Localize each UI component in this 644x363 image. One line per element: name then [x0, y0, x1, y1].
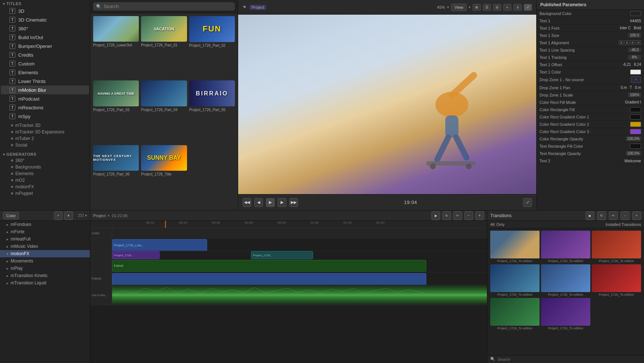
- tl-zoom-out-btn[interactable]: −: [464, 211, 473, 220]
- align-justify-icon[interactable]: ≡: [636, 40, 641, 45]
- view-toggle-info[interactable]: ℹ: [514, 4, 522, 11]
- search-box[interactable]: 🔍: [93, 2, 235, 11]
- sidebar-generators-header[interactable]: Generators: [0, 151, 90, 157]
- param-dropzone1-scale[interactable]: Drop Zone 1 Scale 100%: [537, 91, 644, 99]
- bg-color-swatch[interactable]: [630, 11, 641, 16]
- colorrect-fill-swatch[interactable]: [630, 107, 641, 112]
- rewind-button[interactable]: ◀◀: [243, 198, 251, 207]
- sidebar-item-3d-cinematic[interactable]: T 3D Cinematic: [1, 15, 89, 24]
- sub-lib-mheatfull[interactable]: mHeatFull: [0, 235, 90, 243]
- trans-play-btn[interactable]: ▶: [586, 211, 594, 220]
- param-textrect-opacity[interactable]: Text Rectangle Opacity 100.0%: [537, 150, 644, 157]
- trans-thumb-item-4[interactable]: Project_1726_To edition: [490, 264, 540, 296]
- clip-main-video[interactable]: Fotnot: [112, 260, 426, 272]
- sidebar-sub-mtuber2[interactable]: mTuber 2: [0, 135, 90, 142]
- sidebar-item-custom[interactable]: T Custom: [1, 59, 89, 68]
- tl-play-btn[interactable]: ▶: [431, 211, 440, 220]
- fullscreen-button[interactable]: ⤢: [524, 4, 532, 11]
- track-content-color[interactable]: [112, 228, 487, 238]
- thumb-item-2[interactable]: VACATION Project_1726_Part_01: [141, 16, 187, 78]
- chevron-down-icon-2[interactable]: ▾: [469, 5, 470, 9]
- param-text1-font[interactable]: Text 1 Font Inter C Bold: [537, 24, 644, 32]
- track-content-title[interactable]: Project_1726_Low...: [112, 238, 487, 251]
- clip-teal-1[interactable]: Project_1726...: [251, 251, 313, 259]
- align-center-icon[interactable]: ≡: [624, 40, 629, 45]
- textrect-fill-swatch[interactable]: [630, 144, 641, 149]
- align-right-icon[interactable]: ≡: [630, 40, 635, 45]
- param-colorrect-opacity-val[interactable]: 100.0%: [626, 136, 641, 141]
- trans-thumb-item-7[interactable]: Project_1726_To edition: [490, 298, 540, 330]
- thumb-item-8[interactable]: SUNNY BAY Project_1726_Title: [141, 145, 187, 207]
- param-grad-color1[interactable]: Color Rect Gradient Color 1: [537, 113, 644, 121]
- expand-preview-button[interactable]: ⤢: [523, 198, 532, 207]
- sub-lib-mmusic-video[interactable]: mMusic Video: [0, 243, 90, 250]
- sub-lib-filter-btn[interactable]: ▾: [64, 211, 73, 220]
- tl-cut-btn[interactable]: ✂: [453, 211, 462, 220]
- trans-thumb-item-6[interactable]: Project_1726_To edition: [592, 264, 641, 296]
- dropzone1-button[interactable]: +: [631, 76, 641, 83]
- trans-thumb-item-5[interactable]: Project_1726_To edition: [541, 264, 590, 296]
- trans-thumb-item-2[interactable]: Project_1726_To edition: [541, 231, 590, 263]
- sidebar-gen-360[interactable]: 360°: [0, 157, 90, 164]
- sidebar-item-build-inout[interactable]: T Build In/Out: [1, 33, 89, 42]
- trans-thumb-item-8[interactable]: Project_1726_To edition: [541, 298, 590, 330]
- param-colorrect-opacity[interactable]: Color Rectangle Opacity 100.0%: [537, 135, 644, 143]
- sidebar-sub-mtracker3d-exp[interactable]: mTracker 3D Expansions: [0, 129, 90, 135]
- param-dropzone1-pan[interactable]: Drop Zone 1 Pan 0.m T 0.m: [537, 84, 644, 91]
- sidebar-item-mpodcast[interactable]: T mPodcast: [1, 94, 89, 103]
- sidebar-item-mmotion-blur[interactable]: T mMotion Blur: [1, 86, 89, 94]
- step-back-button[interactable]: ◀: [254, 198, 263, 207]
- param-grad-color2[interactable]: Color Rect Gradient Color 2: [537, 121, 644, 128]
- sidebar-item-elements[interactable]: T Elements: [1, 68, 89, 77]
- track-content-fotnot2[interactable]: [112, 272, 487, 285]
- text1-color-swatch[interactable]: [630, 69, 641, 75]
- view-toggle-grid[interactable]: ⊞: [473, 4, 481, 11]
- sub-lib-mplay[interactable]: mPlay: [0, 265, 90, 272]
- sidebar-item-mspy[interactable]: T mSpy: [1, 112, 89, 121]
- param-grad-color3[interactable]: Color Rect Gradient Color 3: [537, 128, 644, 135]
- sidebar-gen-mpuppet[interactable]: mPuppet: [0, 190, 90, 197]
- view-toggle-filmstrip[interactable]: ⊟: [493, 4, 501, 11]
- param-textrect-opacity-val[interactable]: 100.0%: [626, 151, 641, 156]
- view-toggle-waveform[interactable]: ∿: [503, 4, 511, 11]
- sidebar-item-credits[interactable]: T Credits: [1, 50, 89, 59]
- timeline-caret-icon[interactable]: ▾: [108, 214, 110, 218]
- thumb-item-1[interactable]: Project_1726_Lower3rd: [93, 16, 139, 78]
- grad-color3-swatch[interactable]: [630, 129, 641, 134]
- trans-search-input[interactable]: [498, 357, 641, 362]
- trans-thumb-item-1[interactable]: Project_1726_To edition: [490, 231, 540, 263]
- sidebar-sub-social[interactable]: Social: [0, 142, 90, 148]
- thumb-item-4[interactable]: HAVING A GREAT TIME Project_1726_Part_03: [93, 80, 139, 143]
- sidebar-item-bumper[interactable]: T Bumper/Opener: [1, 42, 89, 50]
- zoom-level[interactable]: 45%: [437, 5, 445, 10]
- tl-zoom-in-btn[interactable]: +: [475, 211, 484, 220]
- fast-forward-button[interactable]: ▶▶: [289, 198, 298, 207]
- param-text2[interactable]: Text 2 Welcome: [537, 157, 644, 165]
- search-input[interactable]: [104, 4, 232, 9]
- clip-project-1726-lower3rd[interactable]: Project_1726_Low...: [112, 239, 207, 251]
- playhead[interactable]: [165, 221, 166, 228]
- track-content-main[interactable]: Project_1726... Project_1726... Fotnot: [112, 251, 487, 272]
- trans-cut-btn[interactable]: ✂: [609, 211, 618, 220]
- sidebar-item-mreactions[interactable]: T mReactions: [1, 103, 89, 112]
- param-text1-linespacing-val[interactable]: -46.0: [628, 48, 641, 52]
- param-text1-tracking[interactable]: Text 1 Tracking 8%: [537, 54, 644, 61]
- sidebar-item-3d[interactable]: T 3D: [1, 7, 89, 15]
- grad-color1-swatch[interactable]: [630, 114, 641, 120]
- thumb-item-5[interactable]: Project_1726_Part_04: [141, 80, 187, 143]
- trans-zoom2-btn[interactable]: +: [632, 211, 641, 220]
- sidebar-titles-header[interactable]: Titles: [0, 0, 90, 7]
- clip-fotnot2[interactable]: [112, 273, 426, 285]
- trans-zoom-btn[interactable]: −: [621, 211, 629, 220]
- sidebar-item-360[interactable]: T 360°: [1, 24, 89, 33]
- sidebar-gen-elements[interactable]: Elements: [0, 170, 90, 177]
- step-forward-button[interactable]: ▶: [278, 198, 286, 207]
- param-colorrect-fillmode[interactable]: Color Rect Fill Mode Gradient I: [537, 99, 644, 106]
- param-text1[interactable]: Text 1 #4455: [537, 17, 644, 24]
- color-toolbar-btn[interactable]: Color: [3, 212, 19, 219]
- param-text1-size-val[interactable]: 100.0: [628, 33, 641, 38]
- trans-thumb-item-3[interactable]: Project_1726_To edition: [592, 231, 641, 263]
- clip-purple-1[interactable]: Project_1726...: [112, 251, 160, 259]
- sub-lib-mfondues[interactable]: mFondues: [0, 221, 90, 228]
- grad-color2-swatch[interactable]: [630, 122, 641, 127]
